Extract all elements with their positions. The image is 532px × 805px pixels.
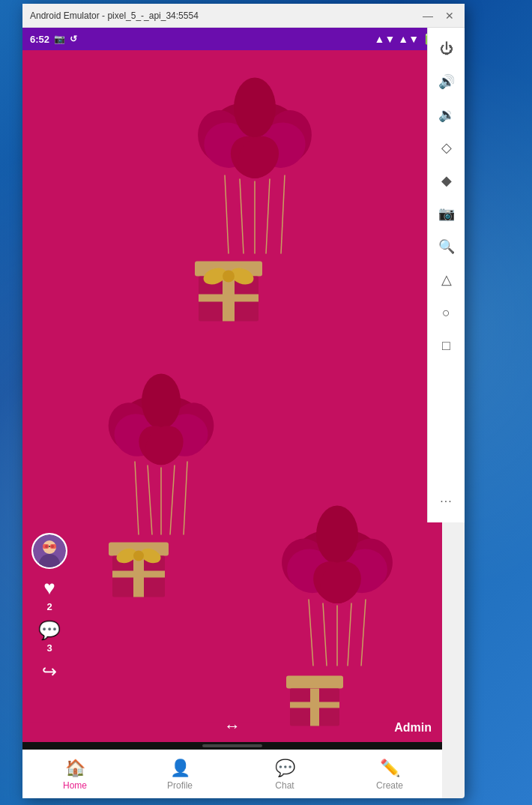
- svg-rect-66: [43, 544, 49, 549]
- side-actions: ♥ 2 💬 3 ↩: [31, 533, 67, 682]
- status-sync-icon: ↺: [70, 34, 77, 44]
- status-time: 6:52: [30, 34, 49, 45]
- svg-point-21: [223, 271, 235, 283]
- profile-icon: 👤: [170, 759, 190, 778]
- share-icon: ↩: [42, 661, 57, 682]
- create-label: Create: [376, 780, 403, 791]
- volume-up-button[interactable]: 🔊: [433, 68, 460, 95]
- emulator-window: Android Emulator - pixel_5_-_api_34:5554…: [22, 4, 465, 798]
- comment-icon: 💬: [38, 620, 61, 641]
- gesture-handle: [202, 744, 262, 747]
- svg-point-42: [133, 551, 144, 561]
- like-action[interactable]: ♥ 2: [43, 576, 55, 612]
- chat-label: Chat: [275, 780, 294, 791]
- bottom-navigation: 🏠 Home 👤 Profile 💬 Chat ✏️ Create: [22, 750, 442, 798]
- more-button[interactable]: ···: [433, 488, 460, 515]
- screenshot-button[interactable]: 📷: [433, 200, 460, 227]
- back-button[interactable]: △: [433, 266, 460, 293]
- svg-point-49: [316, 506, 358, 564]
- wifi-icon: ▲▼: [375, 33, 396, 45]
- comment-count: 3: [46, 642, 52, 654]
- recent-button[interactable]: □: [433, 332, 460, 359]
- svg-rect-60: [310, 689, 319, 726]
- create-icon: ✏️: [380, 759, 400, 778]
- share-action[interactable]: ↩: [42, 661, 57, 682]
- gesture-bar: [22, 742, 442, 750]
- home-label: Home: [63, 780, 87, 791]
- admin-label: Admin: [394, 721, 432, 735]
- svg-rect-57: [286, 676, 343, 689]
- svg-rect-39: [133, 556, 144, 597]
- volume-down-button[interactable]: 🔉: [433, 101, 460, 128]
- chat-icon: 💬: [275, 759, 295, 778]
- content-area[interactable]: ♥ 2 💬 3 ↩ Admin ↔: [22, 50, 442, 742]
- like-count: 2: [46, 601, 52, 612]
- home-nav-button[interactable]: ○: [433, 299, 460, 326]
- home-icon: 🏠: [65, 759, 85, 778]
- scroll-arrow: ↔: [224, 717, 241, 736]
- nav-create[interactable]: ✏️ Create: [363, 754, 416, 795]
- zoom-button[interactable]: 🔍: [433, 233, 460, 260]
- status-left: 6:52 📷 ↺: [30, 34, 77, 45]
- rotate-right-button[interactable]: ◆: [433, 167, 460, 194]
- power-button[interactable]: ⏻: [433, 35, 460, 62]
- nav-home[interactable]: 🏠 Home: [49, 754, 101, 795]
- title-bar: Android Emulator - pixel_5_-_api_34:5554…: [22, 4, 465, 28]
- minimize-button[interactable]: —: [420, 10, 436, 22]
- balloon-scene-svg: [22, 50, 442, 742]
- status-camera-icon: 📷: [54, 34, 65, 44]
- heart-icon: ♥: [43, 576, 55, 600]
- comment-action[interactable]: 💬 3: [38, 620, 61, 654]
- close-button[interactable]: ✕: [442, 10, 457, 22]
- status-right: ▲▼ ▲▼ 🔋: [375, 33, 435, 45]
- window-controls: — ✕: [420, 10, 457, 22]
- nav-chat[interactable]: 💬 Chat: [259, 754, 311, 795]
- status-bar: 6:52 📷 ↺ ▲▼ ▲▼ 🔋: [22, 28, 442, 50]
- emulator-sidebar: ⏻ 🔊 🔉 ◇ ◆ 📷 🔍 △ ○ □ ···: [427, 28, 465, 522]
- profile-label: Profile: [167, 780, 193, 791]
- svg-point-28: [142, 374, 181, 429]
- svg-rect-67: [50, 544, 56, 549]
- svg-rect-18: [223, 277, 235, 322]
- phone-frame: 6:52 📷 ↺ ▲▼ ▲▼ 🔋: [22, 28, 442, 798]
- rotate-left-button[interactable]: ◇: [433, 134, 460, 161]
- user-avatar[interactable]: [31, 533, 67, 569]
- nav-profile[interactable]: 👤 Profile: [154, 754, 206, 795]
- balloons-container: [22, 50, 442, 742]
- signal-icon: ▲▼: [398, 33, 419, 45]
- svg-point-7: [234, 78, 276, 138]
- svg-rect-0: [22, 70, 442, 723]
- window-title: Android Emulator - pixel_5_-_api_34:5554: [30, 10, 199, 21]
